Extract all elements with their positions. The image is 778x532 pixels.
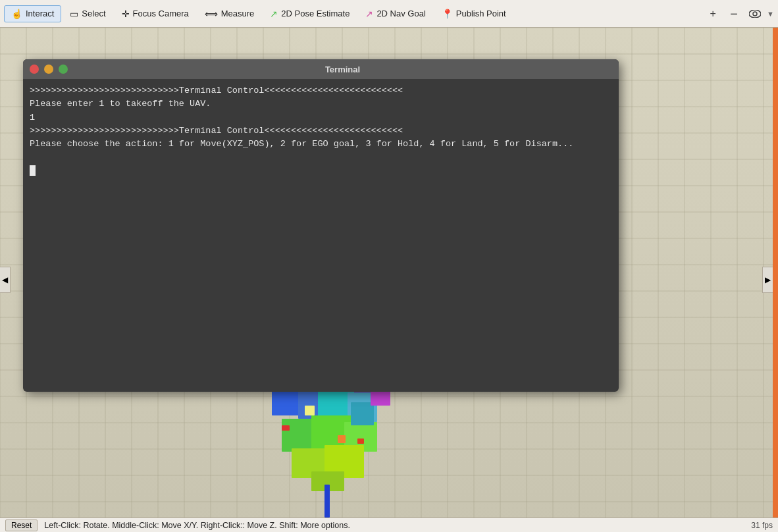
terminal-line-0: >>>>>>>>>>>>>>>>>>>>>>>>>>>>Terminal Con… (30, 84, 612, 97)
pose-estimate-icon: ↗ (270, 9, 278, 19)
terminal-cursor (30, 165, 36, 176)
viewport[interactable]: ◀ ▶ Terminal >>>>>>>>>>>>>>>>>>>>>>>>>>>… (0, 28, 778, 532)
eye-dropdown-arrow[interactable]: ▼ (767, 10, 774, 18)
terminal-window[interactable]: Terminal >>>>>>>>>>>>>>>>>>>>>>>>>>>>Ter… (23, 59, 619, 392)
svg-point-1 (753, 12, 757, 16)
tool-interact[interactable]: ☝ Interact (4, 5, 61, 22)
measure-icon: ⟺ (205, 9, 218, 19)
reset-button[interactable]: Reset (5, 519, 38, 531)
svg-rect-22 (305, 406, 315, 415)
minus-button[interactable]: − (725, 5, 743, 23)
focus-camera-icon: ✛ (122, 9, 130, 19)
tool-focus-camera[interactable]: ✛ Focus Camera (115, 5, 196, 22)
tool-select[interactable]: ▭ Select (63, 5, 113, 22)
terminal-line-4: Please choose the action: 1 for Move(XYZ… (30, 138, 612, 151)
select-icon: ▭ (70, 9, 78, 19)
terminal-maximize-button[interactable] (59, 65, 68, 74)
svg-point-0 (749, 10, 761, 18)
statusbar: Reset Left-Click: Rotate. Middle-Click: … (0, 518, 778, 532)
svg-rect-19 (351, 402, 374, 425)
fps-counter: 31 fps (751, 521, 773, 530)
svg-rect-21 (324, 485, 330, 518)
orange-border (773, 28, 778, 518)
tool-publish-point[interactable]: 📍 Publish Point (434, 5, 513, 22)
publish-point-icon: 📍 (442, 9, 453, 19)
svg-rect-23 (338, 435, 346, 443)
terminal-close-button[interactable] (30, 65, 39, 74)
toolbar: ☝ Interact ▭ Select ✛ Focus Camera ⟺ Mea… (0, 0, 778, 28)
terminal-line-3: >>>>>>>>>>>>>>>>>>>>>>>>>>>>Terminal Con… (30, 124, 612, 138)
svg-rect-16 (282, 425, 290, 431)
terminal-line-1: Please enter 1 to takeoff the UAV. (30, 97, 612, 111)
terminal-minimize-button[interactable] (44, 65, 53, 74)
tool-pose-estimate[interactable]: ↗ 2D Pose Estimate (263, 5, 357, 22)
eye-icon (749, 10, 761, 18)
nav-goal-icon: ↗ (365, 9, 373, 19)
toolbar-right: + − ▼ (704, 5, 774, 23)
tool-nav-goal[interactable]: ↗ 2D Nav Goal (358, 5, 432, 22)
eye-button[interactable] (746, 5, 764, 23)
right-panel-handle[interactable]: ▶ (762, 267, 773, 293)
terminal-titlebar: Terminal (23, 59, 619, 79)
terminal-title: Terminal (73, 65, 612, 74)
terminal-line-2: 1 (30, 111, 612, 124)
add-button[interactable]: + (704, 5, 722, 23)
interact-icon: ☝ (11, 9, 22, 19)
status-text: Left-Click: Rotate. Middle-Click: Move X… (44, 521, 751, 530)
svg-rect-17 (357, 439, 364, 444)
tool-measure[interactable]: ⟺ Measure (197, 5, 262, 22)
terminal-body[interactable]: >>>>>>>>>>>>>>>>>>>>>>>>>>>>Terminal Con… (23, 79, 619, 392)
left-panel-handle[interactable]: ◀ (0, 267, 11, 293)
